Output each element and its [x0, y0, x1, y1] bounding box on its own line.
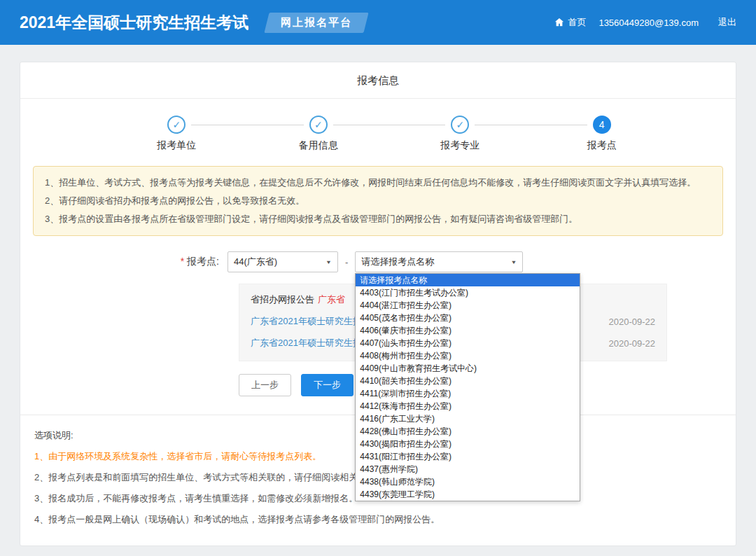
top-bar: 2021年全国硕士研究生招生考试 网上报名平台 首页 13560449280@1… [0, 0, 756, 45]
platform-badge: 网上报名平台 [265, 13, 369, 33]
dropdown-option[interactable]: 4431(阳江市招生办公室) [356, 450, 580, 463]
step-item-4: 4 报考点 [531, 116, 673, 152]
dropdown-option[interactable]: 4412(珠海市招生办公室) [356, 400, 580, 412]
province-select[interactable]: 44(广东省) ▼ [227, 251, 338, 272]
notice-box: 1、招生单位、考试方式、报考点等为报考关键信息，在提交信息后不允许修改，网报时间… [33, 166, 723, 236]
dropdown-option[interactable]: 4437(惠州学院) [356, 463, 580, 475]
footnote-item: 4、报考点一般是网上确认（现场确认）和考试的地点，选择报考点请参考各级管理部门的… [34, 509, 722, 530]
home-link-label: 首页 [568, 16, 586, 29]
step-1-circle: ✓ [167, 116, 186, 134]
dropdown-option[interactable]: 4407(汕头市招生办公室) [356, 337, 580, 349]
user-email: 13560449280@139.com [598, 18, 699, 28]
dropdown-option[interactable]: 4408(梅州市招生办公室) [356, 349, 580, 362]
check-icon: ✓ [172, 119, 181, 130]
top-nav: 首页 13560449280@139.com 退出 [554, 16, 736, 29]
dropdown-option[interactable]: 请选择报考点名称 [356, 274, 580, 286]
step-1-label: 报考单位 [106, 139, 248, 152]
step-4-circle: 4 [593, 116, 611, 134]
dropdown-option[interactable]: 4410(韶关市招生办公室) [356, 375, 580, 387]
step-2-label: 备用信息 [248, 139, 390, 152]
dropdown-option[interactable]: 4411(深圳市招生办公室) [356, 387, 580, 400]
dropdown-option[interactable]: 4405(茂名市招生办公室) [356, 312, 580, 324]
content-card: 报考信息 ✓ 报考单位 ✓ 备用信息 ✓ 报考专业 4 报考点 1、招生单位、考… [20, 62, 736, 546]
step-3-label: 报考专业 [389, 139, 531, 152]
dropdown-option[interactable]: 4416(广东工业大学) [356, 412, 580, 425]
announcement-title-text: 省招办网报公告 [251, 294, 314, 305]
announcement-province: 广东省 [318, 294, 345, 305]
step-item-2: ✓ 备用信息 [248, 116, 390, 152]
announcement-date: 2020-09-22 [609, 317, 656, 327]
exam-site-label: 报考点: [187, 256, 219, 267]
check-icon: ✓ [456, 119, 464, 130]
notice-line: 2、请仔细阅读省招办和报考点的网报公告，以免导致报名无效。 [45, 192, 711, 210]
site-title: 2021年全国硕士研究生招生考试 [20, 12, 248, 34]
page-title: 报考信息 [20, 62, 736, 99]
notice-line: 3、报考点的设置由各报考点所在省级管理部门设定，请仔细阅读报考点及省级管理部门的… [45, 210, 711, 228]
site-dropdown-list: 请选择报考点名称 4403(江门市招生考试办公室) 4404(湛江市招生办公室)… [355, 273, 580, 501]
dropdown-option[interactable]: 4439(东莞理工学院) [356, 488, 580, 501]
home-icon [554, 18, 564, 27]
step-2-circle: ✓ [309, 116, 328, 134]
platform-badge-label: 网上报名平台 [281, 16, 352, 29]
province-select-value: 44(广东省) [234, 256, 277, 268]
site-select[interactable]: 请选择报考点名称 ▼ [355, 251, 523, 272]
dropdown-option[interactable]: 4409(中山市教育招生考试中心) [356, 362, 580, 375]
step-4-label: 报考点 [531, 139, 673, 152]
site-select-value: 请选择报考点名称 [361, 256, 434, 268]
exam-site-form-row: *报考点: 44(广东省) ▼ - 请选择报考点名称 ▼ 请选择报考点名称 44… [20, 251, 736, 272]
check-icon: ✓ [314, 119, 323, 130]
next-step-button[interactable]: 下一步 [301, 374, 354, 396]
home-link[interactable]: 首页 [554, 16, 586, 29]
select-separator: - [345, 257, 348, 267]
announcement-date: 2020-09-22 [609, 338, 656, 349]
notice-line: 1、招生单位、考试方式、报考点等为报考关键信息，在提交信息后不允许修改，网报时间… [45, 174, 711, 192]
dropdown-option[interactable]: 4403(江门市招生考试办公室) [356, 286, 580, 299]
dropdown-option[interactable]: 4438(韩山师范学院) [356, 475, 580, 488]
chevron-down-icon: ▼ [510, 259, 517, 265]
form-label: *报考点: [20, 256, 219, 268]
step-indicator: ✓ 报考单位 ✓ 备用信息 ✓ 报考专业 4 报考点 [106, 116, 673, 152]
prev-step-button[interactable]: 上一步 [239, 374, 291, 396]
required-asterisk: * [181, 256, 184, 267]
dropdown-option[interactable]: 4428(佛山市招生办公室) [356, 425, 580, 438]
site-select-wrap: 请选择报考点名称 ▼ 请选择报考点名称 4403(江门市招生考试办公室) 440… [355, 251, 523, 272]
chevron-down-icon: ▼ [326, 259, 332, 265]
logout-button[interactable]: 退出 [718, 16, 736, 29]
step-item-3: ✓ 报考专业 [389, 116, 531, 152]
dropdown-option[interactable]: 4404(湛江市招生办公室) [356, 299, 580, 312]
step-item-1: ✓ 报考单位 [106, 116, 248, 152]
dropdown-option[interactable]: 4430(揭阳市招生办公室) [356, 438, 580, 450]
step-3-circle: ✓ [451, 116, 469, 134]
dropdown-option[interactable]: 4406(肇庆市招生办公室) [356, 324, 580, 337]
